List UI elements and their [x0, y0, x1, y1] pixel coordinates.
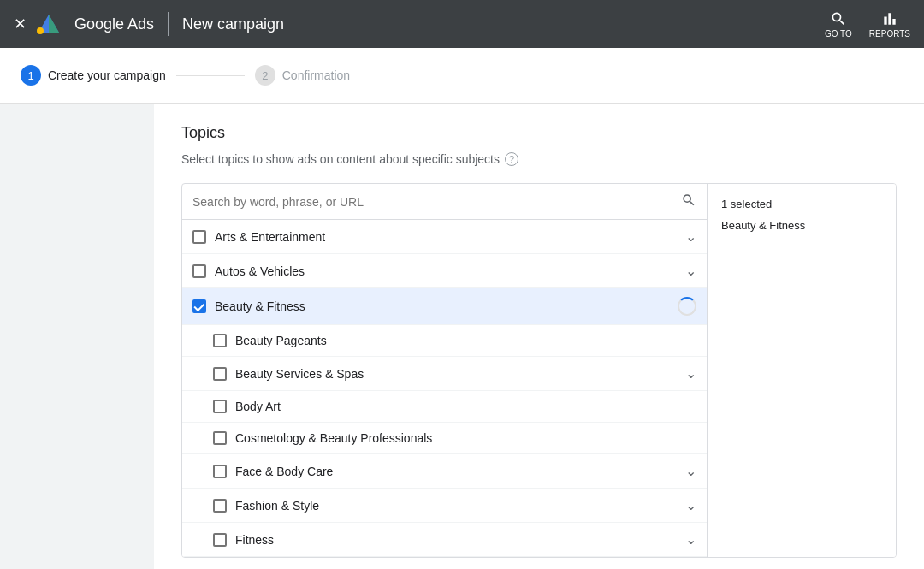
topic-label-body-art: Body Art [235, 400, 696, 413]
help-icon[interactable]: ? [505, 152, 518, 166]
topic-label-autos: Autos & Vehicles [215, 264, 685, 278]
checkbox-beauty[interactable] [192, 299, 206, 313]
chevron-down-icon: ⌄ [685, 531, 696, 548]
topic-label-face-body: Face & Body Care [235, 465, 685, 478]
stepper: 1 Create your campaign 2 Confirmation [0, 48, 924, 104]
checkbox-cosmetology[interactable] [213, 431, 227, 445]
topic-item-arts[interactable]: Arts & Entertainment⌄ [182, 220, 707, 254]
step-1-label: Create your campaign [48, 68, 166, 82]
topic-item-body-art[interactable]: Body Art [182, 391, 707, 423]
topic-item-cosmetology[interactable]: Cosmetology & Beauty Professionals [182, 423, 707, 454]
topbar: ✕ Google Ads New campaign GO TO REPORTS [0, 0, 924, 48]
selected-items-list: Beauty & Fitness [721, 219, 882, 232]
step-2-circle: 2 [255, 65, 275, 86]
chevron-down-icon: ⌄ [685, 365, 696, 382]
section-title: Topics [181, 124, 897, 142]
goto-label: GO TO [825, 29, 852, 39]
topic-label-beauty-services: Beauty Services & Spas [235, 367, 685, 381]
selected-count: 1 selected [721, 198, 882, 210]
topic-item-beauty[interactable]: Beauty & Fitness [182, 288, 707, 325]
left-sidebar [0, 104, 154, 569]
step-connector [176, 75, 245, 76]
svg-marker-1 [49, 15, 59, 33]
checkbox-beauty-services[interactable] [213, 367, 227, 381]
topic-item-fashion[interactable]: Fashion & Style⌄ [182, 489, 707, 523]
bar-chart-icon [881, 10, 898, 27]
chevron-down-icon: ⌄ [685, 463, 696, 479]
checkbox-autos[interactable] [192, 264, 206, 278]
page-title: New campaign [182, 15, 825, 33]
search-row [182, 184, 707, 220]
topbar-actions: GO TO REPORTS [825, 10, 910, 39]
google-ads-logo [37, 12, 61, 36]
reports-label: REPORTS [869, 29, 910, 39]
main-content: Topics Select topics to show ads on cont… [0, 104, 924, 569]
checkbox-body-art[interactable] [213, 400, 227, 413]
topic-label-fashion: Fashion & Style [235, 499, 685, 513]
loading-spinner [678, 297, 696, 316]
goto-button[interactable]: GO TO [825, 10, 852, 39]
step-confirmation: 2 Confirmation [255, 65, 350, 86]
checkbox-arts[interactable] [192, 230, 206, 244]
content-area: Topics Select topics to show ads on cont… [154, 104, 924, 569]
chevron-down-icon: ⌄ [685, 263, 696, 279]
topic-picker: Arts & Entertainment⌄Autos & Vehicles⌄Be… [181, 183, 897, 558]
topic-item-beauty-pageants[interactable]: Beauty Pageants [182, 325, 707, 357]
topic-selected-panel: 1 selected Beauty & Fitness [708, 184, 896, 557]
search-input[interactable] [192, 195, 681, 209]
svg-point-2 [37, 27, 44, 34]
chevron-down-icon: ⌄ [685, 228, 696, 245]
selected-item: Beauty & Fitness [721, 219, 882, 232]
step-2-label: Confirmation [282, 68, 350, 82]
topbar-divider [168, 12, 169, 36]
checkbox-face-body[interactable] [213, 465, 227, 478]
topic-label-beauty: Beauty & Fitness [215, 299, 678, 313]
checkbox-fitness[interactable] [213, 533, 227, 547]
topic-item-beauty-services[interactable]: Beauty Services & Spas⌄ [182, 357, 707, 391]
reports-button[interactable]: REPORTS [869, 10, 910, 39]
step-create: 1 Create your campaign [21, 65, 166, 86]
step-1-circle: 1 [21, 65, 41, 86]
topic-item-face-body[interactable]: Face & Body Care⌄ [182, 454, 707, 489]
chevron-down-icon: ⌄ [685, 497, 696, 513]
topic-label-cosmetology: Cosmetology & Beauty Professionals [235, 431, 696, 445]
brand-name: Google Ads [74, 15, 154, 33]
checkbox-beauty-pageants[interactable] [213, 334, 227, 347]
topic-label-beauty-pageants: Beauty Pageants [235, 334, 696, 347]
topic-item-fitness[interactable]: Fitness⌄ [182, 523, 707, 557]
topic-label-fitness: Fitness [235, 533, 685, 547]
search-icon [681, 193, 696, 210]
topic-item-autos[interactable]: Autos & Vehicles⌄ [182, 254, 707, 288]
topic-rows: Arts & Entertainment⌄Autos & Vehicles⌄Be… [182, 220, 707, 557]
topic-list-panel: Arts & Entertainment⌄Autos & Vehicles⌄Be… [182, 184, 708, 557]
close-button[interactable]: ✕ [14, 15, 27, 33]
search-icon [830, 10, 847, 27]
section-description: Select topics to show ads on content abo… [181, 152, 897, 166]
checkbox-fashion[interactable] [213, 499, 227, 513]
topic-label-arts: Arts & Entertainment [215, 230, 685, 244]
